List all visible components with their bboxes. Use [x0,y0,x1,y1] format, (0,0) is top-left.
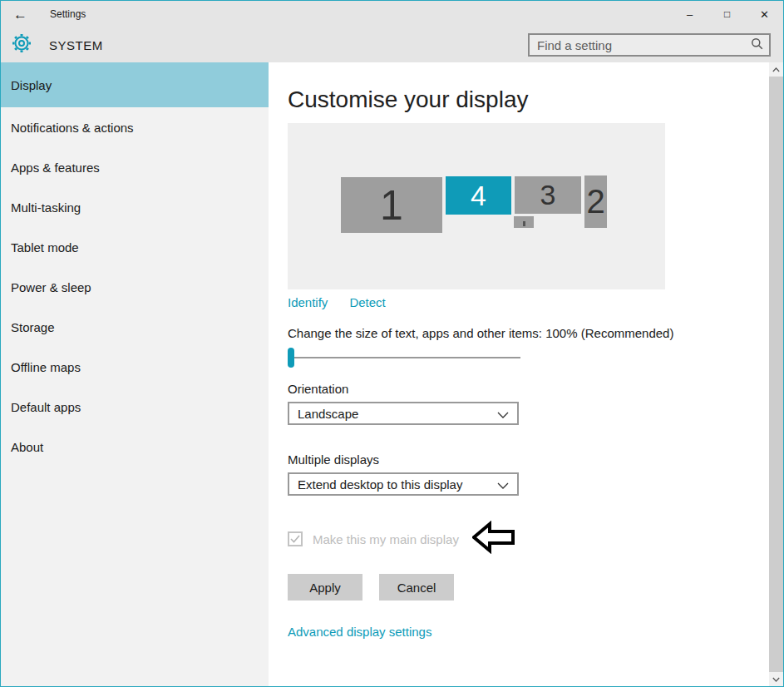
scrollbar-thumb[interactable] [769,77,783,672]
orientation-select[interactable]: Landscape [288,402,519,425]
chevron-down-icon [497,407,509,421]
chevron-down-icon [497,477,509,492]
sidebar-item-storage[interactable]: Storage [1,307,269,347]
back-icon[interactable]: ← [13,7,27,22]
advanced-display-settings-link[interactable]: Advanced display settings [288,625,769,639]
orientation-label: Orientation [288,382,769,396]
display-arrangement-preview: 1 4 3 2 [288,123,665,289]
maximize-button[interactable]: □ [708,1,746,27]
monitor-3[interactable]: 3 [515,176,581,214]
sidebar-item-about[interactable]: About [1,427,269,467]
window-title: Settings [50,8,86,20]
identify-link[interactable]: Identify [288,295,328,309]
sidebar-item-apps-features[interactable]: Apps & features [1,147,269,187]
search-input[interactable] [530,38,751,52]
scroll-down-icon[interactable] [769,672,783,686]
cancel-button[interactable]: Cancel [379,574,454,601]
monitor-2[interactable]: 2 [584,175,607,228]
detect-link[interactable]: Detect [349,295,385,309]
orientation-value: Landscape [298,407,358,421]
sidebar-item-power-sleep[interactable]: Power & sleep [1,267,269,307]
monitor-1[interactable]: 1 [341,177,442,233]
sidebar-item-default-apps[interactable]: Default apps [1,387,269,427]
sidebar-item-multitasking[interactable]: Multi-tasking [1,187,269,227]
monitor-small[interactable] [514,216,534,228]
monitor-4-selected[interactable]: 4 [446,176,511,215]
sidebar-item-offline-maps[interactable]: Offline maps [1,347,269,387]
page-title: Customise your display [288,86,769,113]
title-bar: ← Settings – □ ✕ [1,1,783,27]
checkmark-icon [290,535,300,543]
multiple-displays-value: Extend desktop to this display [298,477,462,492]
annotation-left-arrow-icon [472,521,515,557]
sidebar-item-tablet-mode[interactable]: Tablet mode [1,227,269,267]
app-header: SYSTEM [1,27,783,62]
search-box[interactable] [528,33,771,57]
multiple-displays-label: Multiple displays [288,452,769,467]
vertical-scrollbar[interactable] [769,62,783,686]
slider-track[interactable] [288,357,520,358]
apply-cancel-row: Apply Cancel [288,574,769,601]
sidebar: Display Notifications & actions Apps & f… [1,62,269,686]
sidebar-item-display[interactable]: Display [1,62,269,107]
window-controls: – □ ✕ [671,1,783,27]
main-display-checkbox-label: Make this my main display [313,532,459,546]
gear-icon [12,33,32,57]
page-section-title: SYSTEM [49,38,103,52]
multiple-displays-select[interactable]: Extend desktop to this display [288,472,519,496]
identify-detect-row: Identify Detect [288,295,769,309]
settings-window: ← Settings – □ ✕ [0,0,784,687]
scale-slider[interactable] [288,348,520,368]
main-display-row: Make this my main display [288,522,769,556]
apply-button[interactable]: Apply [288,574,362,601]
scroll-up-icon[interactable] [769,62,783,77]
main-content: Customise your display 1 4 3 2 Identify … [269,62,769,686]
minimize-button[interactable]: – [671,1,708,27]
slider-thumb[interactable] [288,348,294,368]
main-display-checkbox[interactable] [288,531,303,546]
close-button[interactable]: ✕ [746,1,783,27]
sidebar-item-notifications[interactable]: Notifications & actions [1,107,269,147]
search-icon[interactable] [751,37,763,53]
scale-label: Change the size of text, apps and other … [288,326,769,340]
